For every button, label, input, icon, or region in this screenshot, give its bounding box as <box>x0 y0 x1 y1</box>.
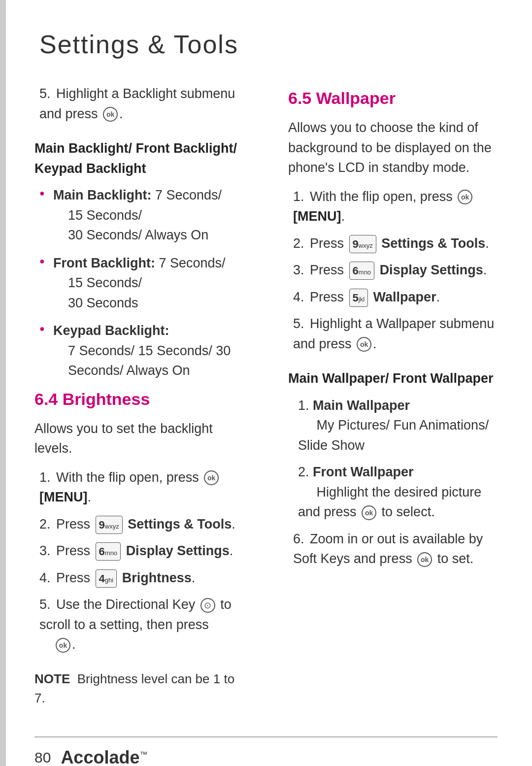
brightness-step-1: 1. With the flip open, press ok [MENU]. <box>34 467 244 507</box>
content-columns: 5. Highlight a Backlight submenu and pre… <box>34 84 498 717</box>
backlight-subheading: Main Backlight/ Front Backlight/ Keypad … <box>34 138 244 178</box>
wallpaper-steps: 1. With the flip open, press ok [MENU]. … <box>288 187 498 354</box>
ok-icon-w-sub2: ok <box>362 505 376 520</box>
key-6mno: 6mno <box>96 542 121 561</box>
wallpaper-subheading: Main Wallpaper/ Front Wallpaper <box>288 368 498 389</box>
wallpaper-step-3: 3. Press 6mno Display Settings. <box>288 260 498 280</box>
ok-icon-w1: ok <box>458 190 472 204</box>
wallpaper-step-6: 6. Zoom in or out is available by Soft K… <box>288 529 498 569</box>
ok-icon-b1: ok <box>204 470 219 485</box>
note-line: NOTE Brightness level can be 1 to 7. <box>34 669 244 708</box>
section-brightness: 6.4 Brightness <box>34 390 244 409</box>
note-label: NOTE <box>34 671 70 686</box>
wallpaper-sub-1: 1. Main Wallpaper My Pictures/ Fun Anima… <box>298 396 498 456</box>
wallpaper-step-1: 1. With the flip open, press ok [MENU]. <box>288 187 498 227</box>
brightness-step-3: 3. Press 6mno Display Settings. <box>34 541 244 561</box>
section-wallpaper: 6.5 Wallpaper <box>288 89 498 108</box>
intro-list: 5. Highlight a Backlight submenu and pre… <box>34 84 244 124</box>
ok-icon: ok <box>103 107 118 122</box>
wallpaper-sub-2: 2. Front Wallpaper Highlight the desired… <box>298 462 498 522</box>
page-footer: 80 Accolade™ <box>34 736 498 766</box>
brightness-step-2: 2. Press 9wxyz Settings & Tools. <box>34 514 244 534</box>
wallpaper-step-5: 5. Highlight a Wallpaper submenu and pre… <box>288 314 498 354</box>
key-9wxyz: 9wxyz <box>96 516 123 534</box>
page-container: Settings & Tools 5. Highlight a Backligh… <box>0 0 532 766</box>
wallpaper-step-6-list: 6. Zoom in or out is available by Soft K… <box>288 529 498 569</box>
backlight-bullets: Main Backlight: 7 Seconds/ 15 Seconds/ 3… <box>39 185 244 381</box>
bullet-main-backlight: Main Backlight: 7 Seconds/ 15 Seconds/ 3… <box>39 185 244 245</box>
bullet-front-backlight: Front Backlight: 7 Seconds/ 15 Seconds/ … <box>39 253 244 313</box>
wallpaper-step-2: 2. Press 9wxyz Settings & Tools. <box>288 233 498 254</box>
key-5jkl: 5jkl <box>349 289 368 307</box>
ok-icon-w6: ok <box>417 552 432 567</box>
wallpaper-step-4: 4. Press 5jkl Wallpaper. <box>288 287 498 307</box>
left-column: 5. Highlight a Backlight submenu and pre… <box>34 84 254 717</box>
ok-icon-b5: ok <box>56 638 70 653</box>
key-4ghi: 4ghi <box>96 569 117 588</box>
intro-item: 5. Highlight a Backlight submenu and pre… <box>34 84 244 124</box>
key-9wxyz-r: 9wxyz <box>349 235 376 253</box>
brightness-description: Allows you to set the backlight levels. <box>34 419 244 459</box>
brand-name: Accolade™ <box>61 747 147 766</box>
left-border <box>0 0 6 766</box>
brightness-step-5: 5. Use the Directional Key ⊙ to scroll t… <box>34 595 244 655</box>
bullet-keypad-backlight: Keypad Backlight: 7 Seconds/ 15 Seconds/… <box>39 321 244 381</box>
wallpaper-sub-list: 1. Main Wallpaper My Pictures/ Fun Anima… <box>298 396 498 522</box>
right-column: 6.5 Wallpaper Allows you to choose the k… <box>283 84 498 717</box>
page-number: 80 <box>34 749 51 766</box>
brightness-step-4: 4. Press 4ghi Brightness. <box>34 568 244 588</box>
directional-icon: ⊙ <box>200 598 215 613</box>
wallpaper-description: Allows you to choose the kind of backgro… <box>288 118 498 178</box>
brightness-steps: 1. With the flip open, press ok [MENU]. … <box>34 467 244 655</box>
ok-icon-w5: ok <box>357 337 371 352</box>
page-title: Settings & Tools <box>34 30 498 59</box>
key-6mno-r: 6mno <box>349 262 375 280</box>
